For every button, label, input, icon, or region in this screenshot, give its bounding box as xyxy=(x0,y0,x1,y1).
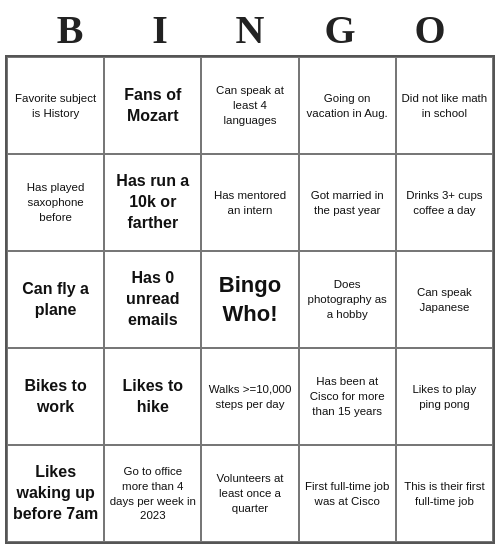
bingo-cell-18[interactable]: Has been at Cisco for more than 15 years xyxy=(299,348,396,445)
bingo-cell-9[interactable]: Drinks 3+ cups coffee a day xyxy=(396,154,493,251)
bingo-cell-8[interactable]: Got married in the past year xyxy=(299,154,396,251)
bingo-cell-6[interactable]: Has run a 10k or farther xyxy=(104,154,201,251)
bingo-cell-5[interactable]: Has played saxophone before xyxy=(7,154,104,251)
bingo-cell-22[interactable]: Volunteers at least once a quarter xyxy=(201,445,298,542)
bingo-cell-14[interactable]: Can speak Japanese xyxy=(396,251,493,348)
bingo-cell-16[interactable]: Likes to hike xyxy=(104,348,201,445)
bingo-cell-2[interactable]: Can speak at least 4 languages xyxy=(201,57,298,154)
bingo-cell-10[interactable]: Can fly a plane xyxy=(7,251,104,348)
bingo-grid: Favorite subject is HistoryFans of Mozar… xyxy=(5,55,495,544)
letter-g: G xyxy=(295,6,385,53)
bingo-cell-7[interactable]: Has mentored an intern xyxy=(201,154,298,251)
bingo-cell-0[interactable]: Favorite subject is History xyxy=(7,57,104,154)
bingo-cell-19[interactable]: Likes to play ping pong xyxy=(396,348,493,445)
bingo-cell-4[interactable]: Did not like math in school xyxy=(396,57,493,154)
letter-b: B xyxy=(25,6,115,53)
bingo-cell-12[interactable]: Bingo Who! xyxy=(201,251,298,348)
bingo-cell-3[interactable]: Going on vacation in Aug. xyxy=(299,57,396,154)
bingo-cell-13[interactable]: Does photography as a hobby xyxy=(299,251,396,348)
bingo-cell-11[interactable]: Has 0 unread emails xyxy=(104,251,201,348)
bingo-cell-21[interactable]: Go to office more than 4 days per week i… xyxy=(104,445,201,542)
bingo-header: B I N G O xyxy=(0,0,500,55)
bingo-cell-17[interactable]: Walks >=10,000 steps per day xyxy=(201,348,298,445)
bingo-cell-15[interactable]: Bikes to work xyxy=(7,348,104,445)
bingo-cell-23[interactable]: First full-time job was at Cisco xyxy=(299,445,396,542)
letter-o: O xyxy=(385,6,475,53)
letter-n: N xyxy=(205,6,295,53)
letter-i: I xyxy=(115,6,205,53)
bingo-cell-1[interactable]: Fans of Mozart xyxy=(104,57,201,154)
bingo-cell-20[interactable]: Likes waking up before 7am xyxy=(7,445,104,542)
bingo-cell-24[interactable]: This is their first full-time job xyxy=(396,445,493,542)
